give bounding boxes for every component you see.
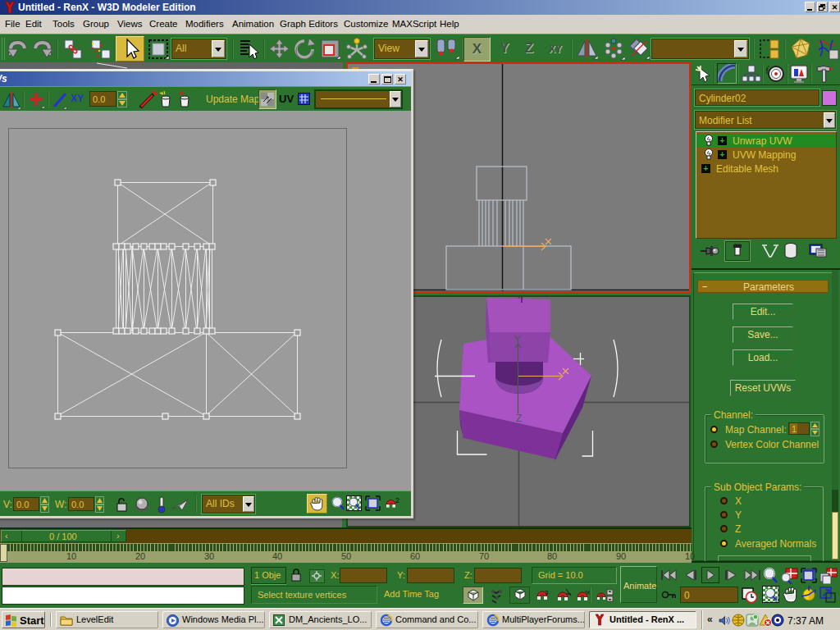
svg-text:3: 3 — [545, 589, 549, 596]
svg-text:2: 2 — [395, 496, 399, 504]
svg-text:Z: Z — [516, 413, 522, 424]
svg-text:Y: Y — [514, 334, 521, 345]
